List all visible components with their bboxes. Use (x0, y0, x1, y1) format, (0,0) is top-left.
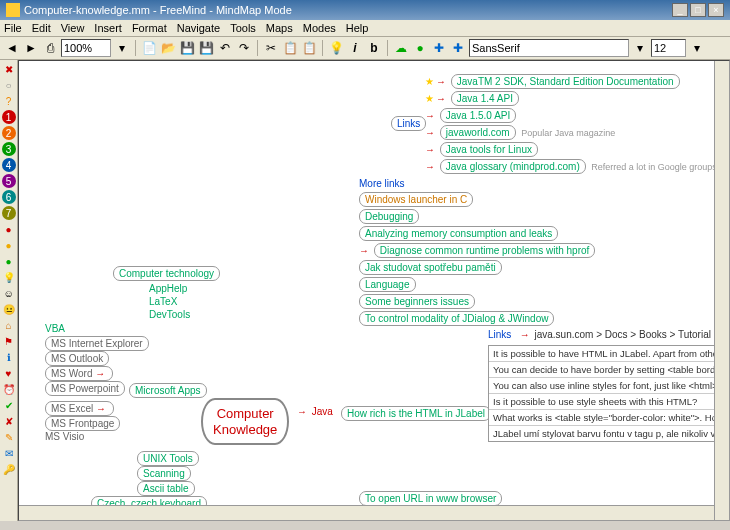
menu-maps[interactable]: Maps (266, 22, 293, 34)
mindmap-canvas[interactable]: ComputerKnowledge VBA MS Internet Explor… (18, 60, 730, 521)
cut-icon[interactable]: ✂ (263, 40, 279, 56)
priority7-icon[interactable]: 7 (2, 206, 16, 220)
zoom-dropdown-icon[interactable]: ▾ (114, 40, 130, 56)
node-links[interactable]: Links (391, 116, 426, 131)
node-vba[interactable]: VBA (45, 323, 65, 334)
home-icon[interactable]: ⌂ (2, 318, 16, 332)
print-icon[interactable]: ⎙ (42, 40, 58, 56)
italic-icon[interactable]: i (347, 40, 363, 56)
cloud-icon[interactable]: ☁ (393, 40, 409, 56)
vertical-scrollbar[interactable] (714, 61, 729, 520)
node-link-glossary[interactable]: → Java glossary (mindprod.com) Referred … (425, 159, 730, 174)
node-link-150api[interactable]: → Java 1.5.0 API (425, 108, 516, 123)
node-jak[interactable]: Jak studovat spotřebu paměti (359, 260, 502, 275)
node-language[interactable]: Language (359, 277, 416, 292)
open-icon[interactable]: 📂 (160, 40, 176, 56)
node-jlabel-links[interactable]: Links → java.sun.com > Docs > Books > Tu… (488, 329, 730, 340)
node-ascii[interactable]: Ascii table (137, 481, 195, 496)
node-latex[interactable]: LaTeX (149, 296, 177, 307)
flag-icon[interactable]: ⚑ (2, 334, 16, 348)
idea-icon[interactable]: 💡 (2, 270, 16, 284)
priority1-icon[interactable]: 1 (2, 110, 16, 124)
node-java[interactable]: → Java (297, 406, 333, 417)
paste-icon[interactable]: 📋 (301, 40, 317, 56)
bold-icon[interactable]: b (366, 40, 382, 56)
priority5-icon[interactable]: 5 (2, 174, 16, 188)
priority3-icon[interactable]: 3 (2, 142, 16, 156)
menu-view[interactable]: View (61, 22, 85, 34)
minimize-button[interactable]: _ (672, 3, 688, 17)
jlabel-html-table[interactable]: It is possible to have HTML in JLabel. A… (488, 345, 728, 442)
cross-icon[interactable]: ✘ (2, 414, 16, 428)
node-apphelp[interactable]: AppHelp (149, 283, 187, 294)
menu-help[interactable]: Help (346, 22, 369, 34)
node-ms-outlook[interactable]: MS Outlook (45, 351, 109, 366)
smiley-icon[interactable]: ☺ (2, 286, 16, 300)
neutral-icon[interactable]: 😐 (2, 302, 16, 316)
add-child-icon[interactable]: ✚ (450, 40, 466, 56)
node-diagnose[interactable]: → Diagnose common runtime problems with … (359, 243, 595, 258)
menu-format[interactable]: Format (132, 22, 167, 34)
add-sibling-icon[interactable]: ✚ (431, 40, 447, 56)
info-icon[interactable]: ℹ (2, 350, 16, 364)
node-more-links[interactable]: More links (359, 178, 405, 189)
warn-icon[interactable]: ● (2, 238, 16, 252)
node-computer-technology[interactable]: Computer technology (113, 266, 220, 281)
key-icon[interactable]: 🔑 (2, 462, 16, 476)
root-node[interactable]: ComputerKnowledge (201, 398, 289, 445)
size-dropdown-icon[interactable]: ▾ (689, 40, 705, 56)
menu-insert[interactable]: Insert (94, 22, 122, 34)
redo-icon[interactable]: ↷ (236, 40, 252, 56)
node-debugging[interactable]: Debugging (359, 209, 419, 224)
font-size-input[interactable] (651, 39, 686, 57)
node-ms-powerpoint[interactable]: MS Powerpoint (45, 381, 125, 396)
menu-tools[interactable]: Tools (230, 22, 256, 34)
remove-icon[interactable]: ✖ (2, 62, 16, 76)
pencil-icon[interactable]: ✎ (2, 430, 16, 444)
node-microsoft-apps[interactable]: Microsoft Apps (129, 383, 207, 398)
maximize-button[interactable]: □ (690, 3, 706, 17)
node-modality[interactable]: To control modality of JDialog & JWindow (359, 311, 554, 326)
node-ms-word[interactable]: MS Word → (45, 366, 113, 381)
clock-icon[interactable]: ⏰ (2, 382, 16, 396)
menu-edit[interactable]: Edit (32, 22, 51, 34)
zoom-input[interactable] (61, 39, 111, 57)
back-icon[interactable]: ◄ (4, 40, 20, 56)
priority6-icon[interactable]: 6 (2, 190, 16, 204)
node-unix-tools[interactable]: UNIX Tools (137, 451, 199, 466)
node-scanning[interactable]: Scanning (137, 466, 191, 481)
menu-modes[interactable]: Modes (303, 22, 336, 34)
node-beginners[interactable]: Some beginners issues (359, 294, 475, 309)
priority2-icon[interactable]: 2 (2, 126, 16, 140)
menu-navigate[interactable]: Navigate (177, 22, 220, 34)
font-dropdown-icon[interactable]: ▾ (632, 40, 648, 56)
blank-icon[interactable]: ○ (2, 78, 16, 92)
go-icon[interactable]: ● (2, 254, 16, 268)
node-ms-frontpage[interactable]: MS Frontpage (45, 416, 120, 431)
horizontal-scrollbar[interactable] (19, 505, 714, 520)
new-icon[interactable]: 📄 (141, 40, 157, 56)
save-all-icon[interactable]: 💾 (198, 40, 214, 56)
copy-icon[interactable]: 📋 (282, 40, 298, 56)
node-ms-ie[interactable]: MS Internet Explorer (45, 336, 149, 351)
node-ms-visio[interactable]: MS Visio (45, 431, 84, 442)
node-link-sdk[interactable]: ★→ JavaTM 2 SDK, Standard Edition Docume… (425, 74, 680, 89)
node-open-url[interactable]: To open URL in www browser (359, 491, 502, 506)
node-html-jlabel[interactable]: How rich is the HTML in JLabel (341, 406, 491, 421)
bulb-icon[interactable]: 💡 (328, 40, 344, 56)
priority4-icon[interactable]: 4 (2, 158, 16, 172)
node-ms-excel[interactable]: MS Excel → (45, 401, 114, 416)
save-icon[interactable]: 💾 (179, 40, 195, 56)
node-link-14api[interactable]: ★→ Java 1.4 API (425, 91, 519, 106)
stop-icon[interactable]: ● (2, 222, 16, 236)
menu-file[interactable]: File (4, 22, 22, 34)
node-icon[interactable]: ● (412, 40, 428, 56)
undo-icon[interactable]: ↶ (217, 40, 233, 56)
node-windows-launcher[interactable]: Windows launcher in C (359, 192, 473, 207)
node-link-linuxtools[interactable]: → Java tools for Linux (425, 142, 538, 157)
heart-icon[interactable]: ♥ (2, 366, 16, 380)
check-icon[interactable]: ✔ (2, 398, 16, 412)
node-link-javaworld[interactable]: → javaworld.com Popular Java magazine (425, 125, 615, 140)
mail-icon[interactable]: ✉ (2, 446, 16, 460)
help-icon[interactable]: ? (2, 94, 16, 108)
